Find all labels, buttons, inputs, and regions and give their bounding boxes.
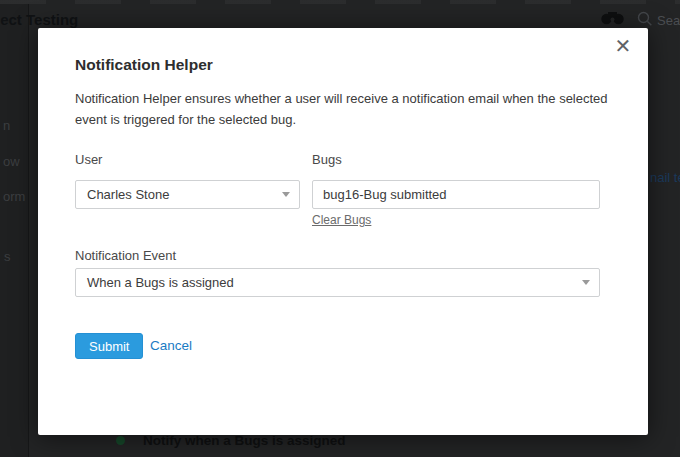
sidebar-item-fragment: n xyxy=(3,118,10,133)
search-label-fragment: Sea xyxy=(657,13,680,28)
green-dot-icon xyxy=(116,436,125,445)
notification-option-label: Notify when a Bugs is assigned xyxy=(143,433,346,448)
user-select[interactable]: Charles Stone xyxy=(75,180,300,209)
cancel-button[interactable]: Cancel xyxy=(150,338,192,353)
chevron-down-icon xyxy=(582,280,590,285)
page-title-fragment: ject Testing xyxy=(0,11,78,28)
close-icon[interactable]: ✕ xyxy=(610,33,636,59)
browser-tab-strip xyxy=(0,0,680,4)
chevron-down-icon xyxy=(282,192,290,197)
dialog-description: Notification Helper ensures whether a us… xyxy=(75,88,609,130)
sidebar xyxy=(0,4,29,457)
dialog-title: Notification Helper xyxy=(75,56,213,74)
notification-helper-dialog: ✕ Notification Helper Notification Helpe… xyxy=(38,28,648,435)
binoculars-icon xyxy=(600,10,625,29)
notification-event-select-value: When a Bugs is assigned xyxy=(87,275,234,290)
user-select-value: Charles Stone xyxy=(87,187,169,202)
sidebar-item-fragment: s xyxy=(4,249,11,264)
user-label: User xyxy=(75,152,102,167)
notification-event-select[interactable]: When a Bugs is assigned xyxy=(75,268,600,297)
email-template-link-fragment: nail te xyxy=(650,170,680,185)
submit-button[interactable]: Submit xyxy=(75,333,143,359)
notification-event-label: Notification Event xyxy=(75,248,176,263)
clear-bugs-link[interactable]: Clear Bugs xyxy=(312,213,371,227)
bugs-label: Bugs xyxy=(312,152,342,167)
bugs-input[interactable] xyxy=(312,180,600,209)
sidebar-item-fragment: orm xyxy=(3,189,25,204)
sidebar-item-fragment: ow xyxy=(3,154,20,169)
